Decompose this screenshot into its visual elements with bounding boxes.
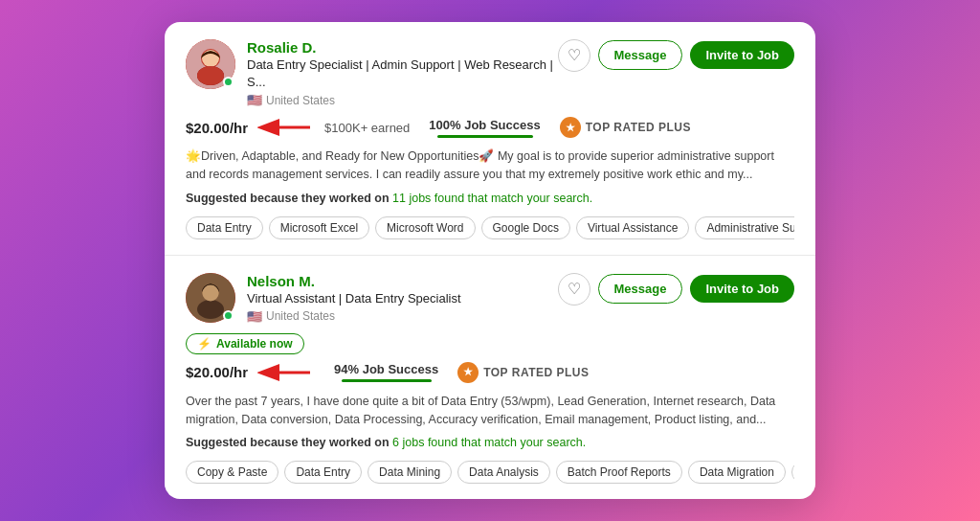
suggested-prefix: Suggested because they worked on xyxy=(186,192,390,205)
card-actions: ♡ Message Invite to Job xyxy=(558,39,794,72)
flag-icon: 🇺🇸 xyxy=(247,309,262,324)
rate: $20.00/hr xyxy=(186,364,248,380)
skill-tag[interactable]: Virtual Assistance xyxy=(576,216,690,239)
favorite-button[interactable]: ♡ xyxy=(558,273,590,306)
top-rated-icon: ★ xyxy=(560,117,581,138)
top-rated-text: TOP RATED PLUS xyxy=(586,121,691,134)
skills-row: Copy & Paste Data Entry Data Mining Data… xyxy=(186,459,794,486)
freelancer-name: Rosalie D. xyxy=(247,39,553,57)
skill-tag[interactable]: Google Docs xyxy=(481,216,570,239)
svg-point-8 xyxy=(197,300,224,319)
freelancer-info: Nelson M. Virtual Assistant | Data Entry… xyxy=(247,273,461,324)
invite-button[interactable]: Invite to Job xyxy=(690,41,794,69)
message-button[interactable]: Message xyxy=(598,40,683,70)
top-rated-text: TOP RATED PLUS xyxy=(483,366,589,379)
skill-tag[interactable]: Data Analysis xyxy=(457,461,550,484)
skill-tag[interactable]: Copy & Paste xyxy=(186,461,278,484)
svg-point-4 xyxy=(197,66,224,85)
lightning-icon: ⚡ xyxy=(197,337,212,351)
earned: $100K+ earned xyxy=(324,121,410,135)
suggested-link[interactable]: 11 jobs found that match your search. xyxy=(392,192,592,205)
top-rated-icon: ★ xyxy=(457,362,479,383)
skill-tag[interactable]: Administrative Support xyxy=(695,216,794,239)
skill-tag[interactable]: Microsoft Excel xyxy=(269,216,369,239)
description: Over the past 7 years, I have done quite… xyxy=(186,393,794,429)
suggested: Suggested because they worked on 11 jobs… xyxy=(186,192,794,205)
online-indicator xyxy=(223,310,234,321)
rate-wrap: $20.00/hr $100K+ earned xyxy=(186,117,410,138)
favorite-button[interactable]: ♡ xyxy=(558,39,590,72)
rate-wrap: $20.00/hr xyxy=(186,362,315,383)
online-indicator xyxy=(223,77,234,87)
description: 🌟Driven, Adaptable, and Ready for New Op… xyxy=(186,147,794,184)
avatar-wrap xyxy=(186,273,235,323)
available-badge: ⚡ Available now xyxy=(186,333,304,354)
flag-icon: 🇺🇸 xyxy=(247,93,262,107)
job-success-bar xyxy=(342,379,432,382)
freelancer-card-rosalie: Rosalie D. Data Entry Specialist | Admin… xyxy=(165,22,815,256)
freelancer-title: Data Entry Specialist | Admin Support | … xyxy=(247,57,553,91)
heart-icon: ♡ xyxy=(568,280,581,298)
card-left: Rosalie D. Data Entry Specialist | Admin… xyxy=(186,39,553,107)
suggested: Suggested because they worked on 6 jobs … xyxy=(186,436,794,449)
svg-point-9 xyxy=(203,284,219,301)
skill-tag[interactable]: Batch Proof Reports xyxy=(556,461,682,484)
skill-tag[interactable]: Data Mining xyxy=(368,461,452,484)
avatar-wrap xyxy=(186,39,235,89)
job-success: 100% Job Success xyxy=(429,118,540,138)
stats-row: $20.00/hr 94% Job Success xyxy=(186,362,794,383)
message-button[interactable]: Message xyxy=(598,274,683,304)
red-arrow-icon xyxy=(257,362,315,383)
freelancer-info: Rosalie D. Data Entry Specialist | Admin… xyxy=(247,39,553,107)
freelancer-card-nelson: Nelson M. Virtual Assistant | Data Entry… xyxy=(165,256,815,500)
rate: $20.00/hr xyxy=(186,120,248,136)
card-header: Rosalie D. Data Entry Specialist | Admin… xyxy=(186,39,794,107)
invite-button[interactable]: Invite to Job xyxy=(690,275,794,303)
freelancer-location: 🇺🇸 United States xyxy=(247,93,553,107)
card-left: Nelson M. Virtual Assistant | Data Entry… xyxy=(186,273,461,324)
suggested-prefix: Suggested because they worked on xyxy=(186,436,390,449)
stats-row: $20.00/hr $100K+ earned 100% Job Success xyxy=(186,117,794,138)
suggested-link[interactable]: 6 jobs found that match your search. xyxy=(392,436,586,449)
freelancer-title: Virtual Assistant | Data Entry Specialis… xyxy=(247,290,461,307)
card-header: Nelson M. Virtual Assistant | Data Entry… xyxy=(186,273,794,324)
job-success-bar xyxy=(437,135,533,138)
skill-tag[interactable]: Data Entry xyxy=(186,216,263,239)
available-label: Available now xyxy=(216,337,293,351)
freelancer-list: Rosalie D. Data Entry Specialist | Admin… xyxy=(165,22,815,500)
card-actions: ♡ Message Invite to Job xyxy=(558,273,794,306)
skill-tag[interactable]: Data Entry xyxy=(284,461,362,484)
job-success-label: 100% Job Success xyxy=(429,118,540,132)
freelancer-location: 🇺🇸 United States xyxy=(247,309,461,324)
skill-tag[interactable]: Microsoft Word xyxy=(375,216,475,239)
job-success: 94% Job Success xyxy=(334,362,438,382)
skill-tag[interactable]: Lead Gen... xyxy=(791,461,794,484)
skills-row: Data Entry Microsoft Excel Microsoft Wor… xyxy=(186,215,794,241)
top-rated-badge: ★ TOP RATED PLUS xyxy=(457,362,589,383)
job-success-label: 94% Job Success xyxy=(334,362,438,376)
top-rated-badge: ★ TOP RATED PLUS xyxy=(560,117,691,138)
freelancer-name: Nelson M. xyxy=(247,273,461,290)
red-arrow-icon xyxy=(257,117,315,138)
heart-icon: ♡ xyxy=(568,46,581,64)
skill-tag[interactable]: Data Migration xyxy=(688,461,786,484)
